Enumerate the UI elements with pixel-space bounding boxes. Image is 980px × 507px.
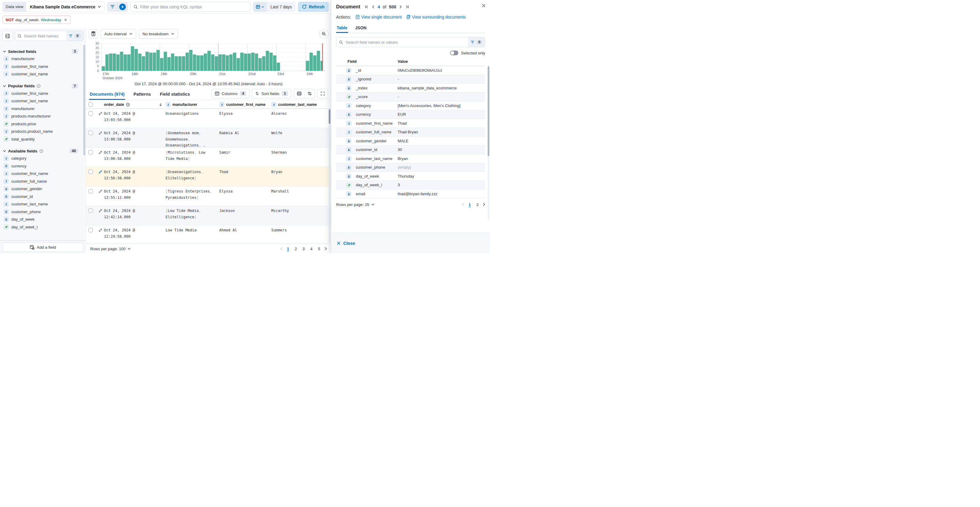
next-page-icon[interactable] <box>325 247 327 250</box>
row-checkbox[interactable] <box>88 228 93 232</box>
row-checkbox[interactable] <box>88 208 93 213</box>
grid-settings-button[interactable] <box>304 89 315 98</box>
view-single-document-link[interactable]: View single document <box>356 14 402 19</box>
prev-doc-icon[interactable] <box>371 5 375 9</box>
view-surrounding-documents-link[interactable]: View surrounding documents <box>407 14 466 19</box>
doc-field-row-customer-first-name[interactable]: tcustomer_first_nameThad <box>336 119 485 128</box>
doc-field-filter-button[interactable]: 0 <box>468 37 485 47</box>
column-header-order-date[interactable]: order_date <box>104 102 165 107</box>
tab-patterns[interactable]: Patterns <box>133 92 151 100</box>
field-item-customer-last-name[interactable]: tcustomer_last_name <box>3 70 83 78</box>
tab-documents[interactable]: Documents (974) <box>89 92 125 100</box>
row-checkbox[interactable] <box>88 189 93 193</box>
expand-row-icon[interactable] <box>98 189 102 193</box>
doc-field-row-day-of-week-i[interactable]: #day_of_week_i3 <box>336 181 485 190</box>
field-item-currency[interactable]: kcurrency <box>3 162 83 170</box>
sidebar-scrollbar[interactable] <box>83 45 85 155</box>
row-expand-button[interactable] <box>97 167 104 174</box>
first-doc-icon[interactable] <box>364 5 369 9</box>
page-1[interactable]: 1 <box>467 202 472 207</box>
row-checkbox[interactable] <box>88 150 93 155</box>
filter-menu-button[interactable] <box>108 3 117 11</box>
page-3[interactable]: 3 <box>301 247 306 251</box>
field-search-input[interactable]: Search field names 0 <box>15 31 83 41</box>
next-doc-icon[interactable] <box>399 5 402 9</box>
column-header-customer-first-name[interactable]: t customer_first_name <box>219 102 271 107</box>
interval-dropdown[interactable]: Auto interval <box>100 29 136 38</box>
collapse-row-icon[interactable] <box>98 170 102 174</box>
kql-search-input[interactable]: Filter your data using KQL syntax <box>130 2 251 12</box>
doc-field-search-input[interactable]: Search field names or values 0 <box>336 37 485 47</box>
doc-rows-per-page-dropdown[interactable]: Rows per page: 25 <box>336 202 374 207</box>
filter-pill-not-day-of-week[interactable]: NOT day_of_week: Wednesday ✕ <box>2 16 70 24</box>
section-header-available-fields[interactable]: Available fields?46 <box>3 147 83 155</box>
field-item-manufacturer[interactable]: tmanufacturer <box>3 105 83 113</box>
field-item-products-price[interactable]: #products.price <box>3 120 83 128</box>
page-5[interactable]: 5 <box>317 247 321 251</box>
fullscreen-button[interactable] <box>318 89 328 98</box>
page-4[interactable]: 4 <box>309 247 314 251</box>
table-row[interactable]: Oct 24, 2024 @ 13:00:58.000[Gnomehouse m… <box>86 128 331 148</box>
explore-in-lens-button[interactable] <box>319 29 329 38</box>
row-checkbox[interactable] <box>88 131 93 135</box>
doc-field-row-index[interactable]: k_indexkibana_sample_data_ecommerce <box>336 84 485 92</box>
date-picker-button[interactable] <box>253 2 267 12</box>
tab-json[interactable]: JSON <box>355 24 367 33</box>
tab-field-statistics[interactable]: Field statistics <box>159 92 191 100</box>
row-expand-button[interactable] <box>97 206 104 213</box>
row-expand-button[interactable] <box>97 128 104 135</box>
columns-button[interactable]: Columns 4 <box>212 89 250 98</box>
add-filter-button[interactable]: + <box>118 3 127 11</box>
expand-row-icon[interactable] <box>98 228 102 232</box>
field-item-total-quantity[interactable]: #total_quantity <box>3 136 83 143</box>
doc-field-row-customer-full-name[interactable]: tcustomer_full_nameThad Bryan <box>336 128 485 137</box>
field-item-products-manufacturer[interactable]: tproducts.manufacturer <box>3 112 83 120</box>
expand-row-icon[interactable] <box>98 150 102 155</box>
prev-page-icon[interactable] <box>462 202 464 206</box>
data-view-picker[interactable]: Data view Kibana Sample Data eCommerce <box>2 2 105 12</box>
table-row[interactable]: Oct 24, 2024 @ 13:03:50.000Oceanavigatio… <box>86 109 331 128</box>
data-view-value[interactable]: Kibana Sample Data eCommerce <box>26 5 105 9</box>
collapse-sidebar-button[interactable] <box>2 31 13 41</box>
field-item-customer-id[interactable]: kcustomer_id <box>3 193 83 201</box>
row-density-button[interactable] <box>294 89 304 98</box>
field-item-customer-last-name[interactable]: tcustomer_last_name <box>3 97 83 105</box>
field-item-products-product-name[interactable]: tproducts.product_name <box>3 128 83 136</box>
table-row[interactable]: Oct 24, 2024 @ 12:24:58.000Low Tide Medi… <box>86 225 331 244</box>
hide-chart-button[interactable] <box>88 29 98 38</box>
field-item-customer-first-name[interactable]: tcustomer_first_name <box>3 63 83 70</box>
histogram-chart[interactable]: 05101520253017th18th19th20th21st22nd23rd… <box>88 41 329 80</box>
section-header-selected-fields[interactable]: Selected fields3 <box>3 48 83 55</box>
selected-only-toggle[interactable] <box>450 51 458 55</box>
remove-filter-icon[interactable]: ✕ <box>64 18 67 22</box>
field-item-customer-phone[interactable]: kcustomer_phone <box>3 208 83 216</box>
doc-field-row-score[interactable]: #_score- <box>336 92 485 102</box>
flyout-close-icon[interactable] <box>482 3 486 8</box>
select-all-checkbox[interactable] <box>88 102 93 107</box>
expand-row-icon[interactable] <box>98 112 102 116</box>
field-item-customer-first-name[interactable]: tcustomer_first_name <box>3 90 83 97</box>
row-expand-button[interactable] <box>97 187 104 193</box>
field-item-customer-first-name[interactable]: tcustomer_first_name <box>3 170 83 178</box>
doc-scrollbar-thumb[interactable] <box>488 66 489 156</box>
refresh-button[interactable]: Refresh <box>298 2 329 12</box>
table-row[interactable]: Oct 24, 2024 @ 12:42:14.000[Low Tide Med… <box>86 206 331 225</box>
doc-field-row-id[interactable]: k_id0MvCvZIB9B3fOMiAU1cI <box>336 66 485 75</box>
field-item-customer-gender[interactable]: kcustomer_gender <box>3 185 83 193</box>
row-expand-button[interactable] <box>97 225 104 232</box>
page-2[interactable]: 2 <box>293 247 298 251</box>
page-1[interactable]: 1 <box>286 247 290 251</box>
rows-per-page-dropdown[interactable]: Rows per page: 100 <box>90 247 130 251</box>
doc-field-row-day-of-week[interactable]: kday_of_weekThursday <box>336 172 485 181</box>
table-row[interactable]: Oct 24, 2024 @ 12:55:12.000[Tigress Ente… <box>86 187 331 206</box>
next-page-icon[interactable] <box>483 202 485 206</box>
sort-fields-button[interactable]: Sort fields 1 <box>252 89 291 98</box>
expand-row-icon[interactable] <box>98 131 102 135</box>
grid-scrollbar-thumb[interactable] <box>329 109 331 124</box>
expand-row-icon[interactable] <box>98 209 102 213</box>
last-doc-icon[interactable] <box>405 5 409 9</box>
doc-field-row-customer-last-name[interactable]: tcustomer_last_nameBryan <box>336 154 485 163</box>
row-checkbox[interactable] <box>88 111 93 116</box>
field-item-day-of-week-i[interactable]: #day_of_week_i <box>3 223 83 231</box>
tab-table[interactable]: Table <box>336 24 348 33</box>
